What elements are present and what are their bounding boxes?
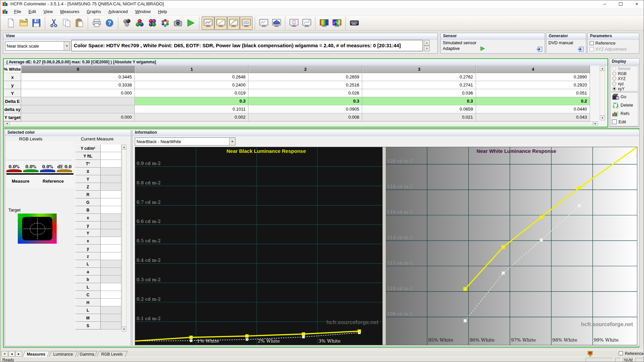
- cm-row-17-value[interactable]: [101, 276, 121, 283]
- hscrollbar[interactable]: [10, 121, 593, 125]
- cm-row-22-value[interactable]: [101, 314, 121, 322]
- monitor-blue-icon[interactable]: [270, 16, 283, 30]
- cm-row-6-value[interactable]: [101, 191, 121, 198]
- balls-multi-icon[interactable]: [146, 16, 159, 30]
- measures-cell-Y-3[interactable]: 0.036: [362, 89, 476, 97]
- radio-icon[interactable]: [612, 77, 616, 80]
- print-icon[interactable]: [90, 16, 103, 30]
- cm-row-15-value[interactable]: [101, 260, 121, 268]
- cm-row-4-value[interactable]: [101, 175, 121, 183]
- minimize-button[interactable]: [597, 0, 612, 8]
- measures-cell-Y target-0[interactable]: 0.000: [21, 113, 135, 121]
- cm-scrollbar[interactable]: [122, 149, 126, 327]
- measures-cell-delta xy-3[interactable]: 0.0659: [362, 105, 476, 113]
- help-icon[interactable]: ?: [103, 16, 116, 30]
- sensor-play-icon[interactable]: [480, 46, 485, 51]
- cm-row-1-value[interactable]: [101, 152, 121, 160]
- menu-view[interactable]: View: [40, 8, 56, 15]
- checkbox-icon[interactable]: [590, 41, 594, 45]
- cm-row-21-value[interactable]: [101, 306, 121, 314]
- measures-cell-Y target-3[interactable]: 0.021: [362, 113, 476, 121]
- cm-row-13-value[interactable]: [101, 245, 121, 252]
- hscroll-right-icon[interactable]: ►: [593, 121, 598, 125]
- measures-cell-Y-0[interactable]: 0.000: [21, 89, 135, 97]
- menu-graphs[interactable]: Graphs: [83, 8, 105, 15]
- paste-icon[interactable]: [73, 16, 86, 30]
- radio-icon[interactable]: [612, 87, 616, 90]
- measures-cell-y-0[interactable]: 0.3338: [21, 81, 135, 89]
- menu-file[interactable]: File: [10, 8, 25, 15]
- copy-icon[interactable]: [60, 16, 73, 30]
- measures-cell-delta xy-4[interactable]: 0.0440: [476, 105, 590, 113]
- cm-scroll-down-icon[interactable]: ▼: [122, 327, 126, 331]
- cut-icon[interactable]: [47, 16, 60, 30]
- monitor-plain3-icon[interactable]: [300, 16, 313, 30]
- spinner-up-icon[interactable]: ▲: [424, 40, 430, 46]
- cm-row-5-value[interactable]: [101, 183, 121, 191]
- sensor-config-icon[interactable]: [536, 46, 543, 52]
- display-radio-sensor[interactable]: Sensor: [611, 66, 638, 71]
- close-view-icon[interactable]: ✕: [1, 351, 8, 357]
- measures-cell-Y-1[interactable]: 0.019: [135, 89, 249, 97]
- vscrollbar[interactable]: [600, 71, 605, 116]
- radio-icon[interactable]: [612, 72, 616, 75]
- menu-help[interactable]: Help: [154, 8, 171, 15]
- spinner-down-icon[interactable]: ▼: [424, 46, 430, 51]
- chevron-down-icon[interactable]: ▼: [229, 138, 235, 145]
- cm-row-2-value[interactable]: [101, 160, 121, 168]
- monitor-scurve-icon[interactable]: [227, 16, 240, 30]
- radio-icon[interactable]: [612, 82, 616, 85]
- open-folder-icon[interactable]: [17, 16, 30, 30]
- cm-row-16-value[interactable]: [101, 268, 121, 276]
- cm-row-18-value[interactable]: [101, 283, 121, 291]
- measures-cell-y-3[interactable]: 0.2741: [362, 81, 476, 89]
- keyboard-icon[interactable]: [348, 16, 361, 30]
- maximize-button[interactable]: [613, 0, 628, 8]
- measures-col-0[interactable]: 0: [21, 65, 135, 73]
- tab-measures[interactable]: Measures: [22, 351, 50, 357]
- monitor-grid-icon[interactable]: [202, 16, 214, 30]
- information-select[interactable]: NearBlack - NearWhite ▼: [135, 137, 235, 145]
- measures-cell-Y target-1[interactable]: 0.002: [135, 113, 249, 121]
- cm-row-10-value[interactable]: [101, 222, 121, 229]
- measures-cell-y-4[interactable]: 0.2920: [476, 81, 590, 89]
- cm-row-7-value[interactable]: [101, 198, 121, 206]
- display-radio-xyy[interactable]: xyY: [611, 86, 638, 91]
- play-icon[interactable]: [184, 16, 197, 30]
- menu-measures[interactable]: Measures: [56, 8, 83, 15]
- cm-row-8-value[interactable]: [101, 206, 121, 214]
- cm-scroll-up-icon[interactable]: ▲: [122, 144, 126, 149]
- measures-cell-x-3[interactable]: 0.2762: [362, 73, 476, 81]
- tab-scroll-right-icon[interactable]: ►: [15, 351, 22, 357]
- menu-edit[interactable]: Edit: [25, 8, 40, 15]
- measures-cell-delta xy-1[interactable]: 0.1011: [135, 105, 249, 113]
- edit-button[interactable]: Edit: [611, 118, 638, 126]
- cm-row-20-value[interactable]: [101, 299, 121, 306]
- menu-advanced[interactable]: Advanced: [105, 8, 131, 15]
- hscroll-left-icon[interactable]: ◄: [4, 121, 9, 125]
- measures-col-2[interactable]: 2: [249, 65, 362, 73]
- measures-cell-x-1[interactable]: 0.2648: [135, 73, 249, 81]
- cm-row-23-value[interactable]: [101, 322, 121, 329]
- measures-cell-Y-2[interactable]: 0.026: [249, 89, 362, 97]
- vscroll-up-icon[interactable]: ▲: [600, 66, 605, 71]
- cm-row-11-value[interactable]: [101, 229, 121, 237]
- measures-cell-Delta E-1[interactable]: 0.3: [135, 97, 249, 105]
- measures-cell-Y target-2[interactable]: 0.008: [249, 113, 362, 121]
- reference-checkbox[interactable]: [619, 351, 623, 355]
- spectrum-1-icon[interactable]: [318, 16, 330, 30]
- balls-dark-icon[interactable]: [120, 16, 133, 30]
- measures-cell-x-2[interactable]: 0.2659: [249, 73, 362, 81]
- measures-cell-Y target-4[interactable]: 0.043: [476, 113, 590, 121]
- measures-cell-delta xy-2[interactable]: 0.0905: [249, 105, 362, 113]
- cm-row-14-value[interactable]: [101, 252, 121, 260]
- measures-cell-y-2[interactable]: 0.2516: [249, 81, 362, 89]
- generator-config-icon[interactable]: [577, 46, 584, 52]
- camera-icon[interactable]: [171, 16, 184, 30]
- balls-ring-icon[interactable]: [159, 16, 171, 30]
- menu-window[interactable]: Window: [131, 8, 154, 15]
- measures-col-1[interactable]: 1: [135, 65, 249, 73]
- close-button[interactable]: ✕: [629, 0, 644, 8]
- measures-cell-Delta E-2[interactable]: 0.3: [249, 97, 362, 105]
- tab-rgb-levels[interactable]: RGB Levels: [96, 351, 128, 357]
